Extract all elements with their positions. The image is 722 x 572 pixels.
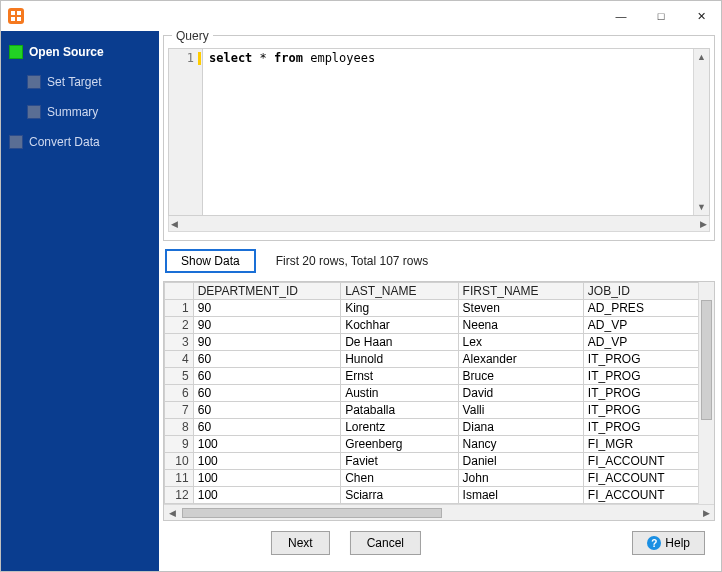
table-cell[interactable]: 100 — [193, 436, 340, 453]
table-row[interactable]: 12100SciarraIsmaelFI_ACCOUNT7700ISCIARRA — [165, 487, 715, 504]
table-cell[interactable]: FI_ACCOUNT — [583, 487, 704, 504]
table-cell[interactable]: 100 — [193, 470, 340, 487]
scroll-down-icon[interactable]: ▼ — [694, 199, 709, 215]
table-cell[interactable]: 100 — [193, 504, 340, 505]
column-header[interactable]: FIRST_NAME — [458, 283, 583, 300]
table-vertical-scrollbar[interactable] — [698, 282, 714, 504]
close-button[interactable]: ✕ — [681, 1, 721, 31]
row-number-cell[interactable]: 13 — [165, 504, 194, 505]
table-cell[interactable]: Nancy — [458, 436, 583, 453]
table-row[interactable]: 390De HaanLexAD_VP17000LDEHAAN — [165, 334, 715, 351]
help-button[interactable]: ? Help — [632, 531, 705, 555]
table-cell[interactable]: Lex — [458, 334, 583, 351]
table-cell[interactable]: IT_PROG — [583, 402, 704, 419]
editor-vertical-scrollbar[interactable]: ▲ ▼ — [693, 49, 709, 215]
table-cell[interactable]: Jose Manuel — [458, 504, 583, 505]
table-cell[interactable]: 60 — [193, 351, 340, 368]
table-cell[interactable]: IT_PROG — [583, 385, 704, 402]
table-cell[interactable]: 60 — [193, 385, 340, 402]
table-cell[interactable]: Kochhar — [341, 317, 458, 334]
table-row[interactable]: 560ErnstBruceIT_PROG6000BERNST — [165, 368, 715, 385]
table-cell[interactable]: Sciarra — [341, 487, 458, 504]
sidebar-item-summary[interactable]: Summary — [23, 101, 155, 123]
cancel-button[interactable]: Cancel — [350, 531, 421, 555]
row-number-cell[interactable]: 9 — [165, 436, 194, 453]
next-button[interactable]: Next — [271, 531, 330, 555]
table-cell[interactable]: John — [458, 470, 583, 487]
table-cell[interactable]: David — [458, 385, 583, 402]
table-cell[interactable]: Bruce — [458, 368, 583, 385]
show-data-button[interactable]: Show Data — [165, 249, 256, 273]
table-cell[interactable]: Austin — [341, 385, 458, 402]
editor-horizontal-scrollbar[interactable]: ◀▶ — [168, 216, 710, 232]
table-cell[interactable]: 100 — [193, 487, 340, 504]
row-number-header[interactable] — [165, 283, 194, 300]
table-cell[interactable]: FI_ACCOUNT — [583, 453, 704, 470]
sidebar-item-set-target[interactable]: Set Target — [23, 71, 155, 93]
table-cell[interactable]: Faviet — [341, 453, 458, 470]
table-row[interactable]: 460HunoldAlexanderIT_PROG9000AHUNOL — [165, 351, 715, 368]
column-header[interactable]: LAST_NAME — [341, 283, 458, 300]
table-row[interactable]: 660AustinDavidIT_PROG4800DAUSTIN — [165, 385, 715, 402]
row-number-cell[interactable]: 11 — [165, 470, 194, 487]
table-cell[interactable]: AD_PRES — [583, 300, 704, 317]
table-cell[interactable]: IT_PROG — [583, 419, 704, 436]
row-number-cell[interactable]: 3 — [165, 334, 194, 351]
table-cell[interactable]: 60 — [193, 368, 340, 385]
table-cell[interactable]: Hunold — [341, 351, 458, 368]
table-cell[interactable]: Urman — [341, 504, 458, 505]
row-number-cell[interactable]: 8 — [165, 419, 194, 436]
table-row[interactable]: 9100GreenbergNancyFI_MGR12000NGREENE — [165, 436, 715, 453]
table-cell[interactable]: Greenberg — [341, 436, 458, 453]
table-cell[interactable]: Neena — [458, 317, 583, 334]
row-number-cell[interactable]: 4 — [165, 351, 194, 368]
table-cell[interactable]: IT_PROG — [583, 351, 704, 368]
scroll-right-icon[interactable]: ▶ — [700, 219, 707, 229]
table-cell[interactable]: FI_ACCOUNT — [583, 504, 704, 505]
table-cell[interactable]: 100 — [193, 453, 340, 470]
scroll-up-icon[interactable]: ▲ — [694, 49, 709, 65]
maximize-button[interactable]: □ — [641, 1, 681, 31]
sidebar-item-open-source[interactable]: Open Source — [5, 41, 155, 63]
table-cell[interactable]: 60 — [193, 402, 340, 419]
sql-editor[interactable]: 1 select * from employees ▲ ▼ — [168, 48, 710, 216]
table-cell[interactable]: De Haan — [341, 334, 458, 351]
table-cell[interactable]: Diana — [458, 419, 583, 436]
table-cell[interactable]: Steven — [458, 300, 583, 317]
table-cell[interactable]: 90 — [193, 317, 340, 334]
row-number-cell[interactable]: 12 — [165, 487, 194, 504]
row-number-cell[interactable]: 5 — [165, 368, 194, 385]
sql-code[interactable]: select * from employees — [203, 49, 693, 215]
table-cell[interactable]: King — [341, 300, 458, 317]
table-row[interactable]: 10100FavietDanielFI_ACCOUNT9000DFAVIET — [165, 453, 715, 470]
table-cell[interactable]: FI_MGR — [583, 436, 704, 453]
column-header[interactable]: DEPARTMENT_ID — [193, 283, 340, 300]
row-number-cell[interactable]: 7 — [165, 402, 194, 419]
table-cell[interactable]: Pataballa — [341, 402, 458, 419]
table-cell[interactable]: Ismael — [458, 487, 583, 504]
row-number-cell[interactable]: 2 — [165, 317, 194, 334]
table-row[interactable]: 290KochharNeenaAD_VP17000NKOCHH — [165, 317, 715, 334]
table-row[interactable]: 13100UrmanJose ManuelFI_ACCOUNT7800JMURM… — [165, 504, 715, 505]
row-number-cell[interactable]: 1 — [165, 300, 194, 317]
table-cell[interactable]: Alexander — [458, 351, 583, 368]
scroll-left-icon[interactable]: ◀ — [164, 508, 180, 518]
table-cell[interactable]: FI_ACCOUNT — [583, 470, 704, 487]
table-cell[interactable]: 90 — [193, 334, 340, 351]
column-header[interactable]: JOB_ID — [583, 283, 704, 300]
results-table[interactable]: DEPARTMENT_IDLAST_NAMEFIRST_NAMEJOB_IDSA… — [164, 282, 714, 504]
table-cell[interactable]: AD_VP — [583, 317, 704, 334]
scroll-left-icon[interactable]: ◀ — [171, 219, 178, 229]
table-cell[interactable]: Daniel — [458, 453, 583, 470]
scroll-right-icon[interactable]: ▶ — [698, 508, 714, 518]
table-cell[interactable]: Lorentz — [341, 419, 458, 436]
sidebar-item-convert-data[interactable]: Convert Data — [5, 131, 155, 153]
table-cell[interactable]: 60 — [193, 419, 340, 436]
table-row[interactable]: 760PataballaValliIT_PROG4800VPATABA — [165, 402, 715, 419]
table-row[interactable]: 860LorentzDianaIT_PROG4200DLORENT — [165, 419, 715, 436]
minimize-button[interactable]: — — [601, 1, 641, 31]
table-cell[interactable]: Valli — [458, 402, 583, 419]
table-horizontal-scrollbar[interactable]: ◀ ▶ — [164, 504, 714, 520]
table-cell[interactable]: Chen — [341, 470, 458, 487]
table-cell[interactable]: 90 — [193, 300, 340, 317]
